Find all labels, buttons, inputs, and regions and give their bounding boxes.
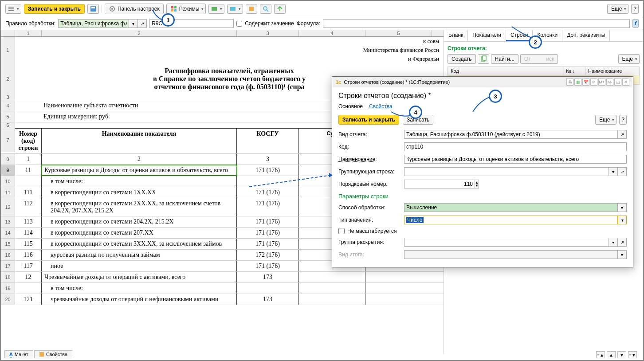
th-kosgu: КОСГУ [237, 128, 299, 153]
rp-cancel-button[interactable]: От иск [520, 54, 558, 64]
fld-name[interactable] [404, 155, 627, 164]
fld-method[interactable] [404, 203, 618, 212]
svg-rect-10 [174, 9, 177, 12]
rp-find-button[interactable]: Найти... [491, 54, 518, 64]
nav-down-icon[interactable]: ▼ [617, 351, 626, 358]
expand-open-icon[interactable]: ↗ [618, 238, 627, 247]
lbl-name: Наименование: [338, 156, 401, 162]
svg-rect-13 [249, 7, 254, 11]
expand-drop-icon[interactable]: ▾ [609, 238, 618, 247]
fld-expand[interactable] [404, 238, 609, 247]
fld-group[interactable] [404, 167, 609, 176]
svg-line-15 [267, 10, 268, 12]
modal-window-title: Строки отчетов (создание) * (1С:Предприя… [344, 79, 450, 85]
tool-icon-4[interactable] [260, 4, 271, 14]
tab-blank[interactable]: Бланк [444, 30, 468, 41]
fld-order[interactable] [404, 180, 475, 188]
lbl-order: Порядковый номер: [338, 181, 401, 187]
svg-point-6 [111, 8, 113, 10]
mplus-icon[interactable]: M+ [598, 78, 605, 86]
rule-dropdown-icon[interactable]: ▾ [129, 19, 138, 28]
main-toolbar: Записать и закрыть Панель настроек Режим… [1, 1, 643, 17]
rp-copy-button[interactable] [478, 54, 489, 64]
m-icon[interactable]: M [590, 78, 597, 86]
svg-rect-11 [212, 7, 217, 11]
more-button[interactable]: Еще [607, 4, 628, 14]
rp-title: Строки отчета: [448, 45, 640, 51]
fld-type[interactable]: Число [404, 216, 618, 224]
nav-last-icon[interactable]: ≡▼ [628, 351, 637, 358]
tab-indicators[interactable]: Показатели [468, 30, 506, 41]
section-params: Параметры строки [338, 193, 627, 200]
restore-icon[interactable]: ◱ [614, 78, 621, 86]
tool-icon-3[interactable] [246, 4, 257, 14]
rp-gh-num: № ↓ [563, 67, 585, 75]
svg-rect-0 [8, 7, 14, 8]
cal-icon[interactable]: 📅 [582, 78, 589, 86]
rp-create-button[interactable]: Создать [448, 54, 476, 64]
th-name: Наименование показателя [42, 128, 237, 153]
lbl-group: Группирующая строка: [338, 169, 401, 175]
btab-props[interactable]: Свойства [34, 350, 72, 358]
tab-extra[interactable]: Доп. реквизиты [562, 30, 610, 41]
lbl-type: Тип значения: [338, 217, 401, 223]
svg-rect-18 [39, 352, 44, 357]
save-icon-button[interactable] [87, 4, 99, 14]
callout-1: 1 [161, 13, 175, 27]
formula-bar: Правило обработки: ▾ ↗ Содержит значение… [1, 17, 643, 30]
help-button[interactable]: ? [631, 4, 639, 14]
th-code: Номер (код) строки [15, 128, 42, 153]
svg-rect-12 [230, 7, 236, 11]
rule-field[interactable] [58, 19, 129, 28]
cb-noscale[interactable] [338, 228, 345, 234]
order-spinner-icon[interactable]: ▲▼ [475, 180, 479, 188]
fld-total[interactable] [404, 250, 618, 259]
modes-button[interactable]: Режимы [166, 4, 206, 14]
calc-icon[interactable]: ▦ [574, 78, 581, 86]
fld-code[interactable] [404, 142, 627, 151]
lbl-method: Способ обработки: [338, 204, 401, 211]
right-panel-tabs: Бланк Показатели Строки Колонки Доп. рек… [444, 30, 643, 42]
total-drop-icon[interactable]: ▾ [618, 250, 627, 259]
close-icon[interactable]: ✕ [622, 78, 629, 86]
type-drop-icon[interactable]: ▾ [618, 216, 627, 224]
lbl-total: Вид итога: [338, 251, 401, 258]
btab-layout[interactable]: A̲Макет [4, 350, 33, 358]
sheet-sub2: Министерства финансов Росси [15, 46, 444, 55]
modal-more-button[interactable]: Еще [595, 115, 617, 125]
callout-4: 4 [409, 106, 422, 119]
svg-rect-8 [174, 6, 177, 8]
svg-rect-4 [91, 7, 95, 8]
lbl-kind: Вид отчета: [338, 131, 401, 137]
nav-first-icon[interactable]: ≡▲ [596, 351, 605, 358]
modal-help-button[interactable]: ? [619, 115, 627, 125]
tool-icon-1[interactable] [208, 4, 224, 14]
group-open-icon[interactable]: ↗ [618, 167, 627, 176]
group-drop-icon[interactable]: ▾ [609, 167, 618, 176]
formula-label: Формула: [297, 20, 321, 27]
svg-rect-7 [171, 6, 173, 8]
save-close-button[interactable]: Записать и закрыть [24, 4, 85, 14]
print-icon[interactable]: 🖶 [566, 78, 573, 86]
callout-3: 3 [489, 90, 502, 103]
fld-kind[interactable] [404, 130, 618, 139]
formula-field[interactable] [323, 19, 630, 28]
tool-icon-2[interactable] [227, 4, 243, 14]
kind-open-icon[interactable]: ↗ [618, 130, 627, 139]
tool-icon-5[interactable] [274, 4, 286, 14]
method-drop-icon[interactable]: ▾ [618, 203, 627, 212]
callout-2: 2 [529, 35, 542, 49]
mminus-icon[interactable]: M- [606, 78, 613, 86]
contains-checkbox[interactable] [236, 21, 242, 27]
svg-rect-17 [483, 56, 486, 60]
modal-tab-props[interactable]: Свойства [369, 103, 393, 110]
menu-icon[interactable] [5, 4, 21, 14]
nav-up-icon[interactable]: ▲ [607, 351, 616, 358]
sheet-sub3: и Федеральн [15, 55, 444, 63]
selected-cell[interactable]: Курсовые разницы и Доходы от оценки акти… [42, 165, 237, 176]
fx-button[interactable]: f [632, 19, 639, 28]
rule-open-icon[interactable]: ↗ [138, 19, 147, 28]
rp-more-button[interactable]: Еще [618, 54, 640, 64]
modal-tab-main[interactable]: Основное [338, 103, 363, 110]
lbl-code: Код: [338, 144, 401, 150]
